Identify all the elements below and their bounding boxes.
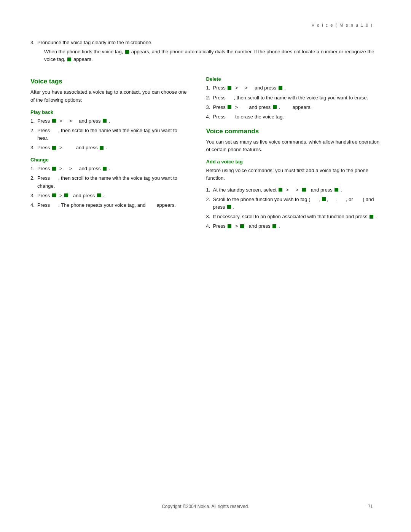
top-intro: 3. Pronounce the voice tag clearly into … [0,39,411,63]
page: V o i c e ( M e n u 1 0 ) 3. Pronounce t… [0,0,411,532]
header-label: V o i c e ( M e n u 1 0 ) [0,23,411,27]
delete-title: Delete [206,76,381,82]
btn-icon-del1b [279,86,282,90]
add-step2: 2. Scroll to the phone function you wish… [206,196,381,211]
btn-icon-add3 [370,215,373,219]
btn-icon-pb3 [52,146,56,150]
when-block: When the phone finds the voice tag, appe… [44,48,381,63]
voice-not-found-icon [67,58,71,61]
delete-step4: 4. Press to erase the voice tag. [206,113,381,121]
playback-step1: 1. Press > > and press . [30,117,187,125]
btn-icon-add4b [240,224,244,228]
when-text3: appears. [73,56,93,62]
delete-step3: 3. Press > and press . appears. [206,104,381,111]
voice-found-icon [125,50,129,54]
intro-step3: 3. Pronounce the voice tag clearly into … [30,39,381,63]
btn-icon-pb3b [100,146,104,150]
step3-num: 3. [30,39,35,46]
change-step3: 3. Press > and press . [30,192,187,200]
right-column: Delete 1. Press > > and press . 2. Press… [199,71,381,232]
delete-step2: 2. Press , then scroll to the name with … [206,94,381,102]
btn-icon-ch1 [52,167,56,171]
btn-icon-add4c [272,224,276,228]
add-step3: 3. If necessary, scroll to an option ass… [206,213,381,220]
btn-icon-ch3c [97,193,101,197]
btn-icon-add1c [335,188,338,192]
btn-icon-del3b [273,105,277,109]
footer-page: 71 [368,504,373,509]
two-col-layout: Voice tags After you have associated a v… [0,71,411,232]
change-step1: 1. Press > > and press . [30,165,187,173]
copyright-text: Copyright ©2004 Nokia. All rights reserv… [162,504,249,509]
playback-step3: 3. Press > and press . [30,144,187,152]
playback-steps: 1. Press > > and press . 2. Press , then… [30,117,187,152]
btn-icon-add1b [302,188,306,192]
add-voice-tag-intro: Before using voice commands, you must fi… [206,167,381,182]
playback-title: Play back [30,109,187,115]
btn-icon-pb1b [103,119,107,123]
footer-copyright: Copyright ©2004 Nokia. All rights reserv… [0,504,411,509]
btn-icon-del3 [228,105,231,109]
change-step2: 2. Press , then scroll to the name with … [30,174,187,190]
page-number: 71 [368,504,373,509]
add-step4: 4. Press > and press . [206,222,381,230]
btn-icon-pb1 [52,119,56,123]
btn-icon-add1a [279,188,282,192]
voice-tags-title: Voice tags [30,78,187,85]
btn-icon-ch3b [64,193,68,197]
left-column: Voice tags After you have associated a v… [30,71,199,232]
btn-icon-ch3 [52,193,56,197]
voice-commands-title: Voice commands [206,128,381,135]
add-step1: 1. At the standby screen, select > > and… [206,186,381,194]
btn-icon-add2a [322,197,326,201]
delete-step1: 1. Press > > and press . [206,84,381,92]
change-steps: 1. Press > > and press . 2. Press , then… [30,165,187,209]
add-voice-tag-title: Add a voice tag [206,159,381,165]
add-voice-tag-steps: 1. At the standby screen, select > > and… [206,186,381,230]
btn-icon-add2b [227,205,231,209]
voice-commands-intro: You can set as many as five voice comman… [206,138,381,153]
btn-icon-del1 [228,86,231,90]
playback-step2: 2. Press , then scroll to the name with … [30,127,187,142]
voice-tags-intro: After you have associated a voice tag to… [30,88,187,104]
btn-icon-ch1b [103,167,107,171]
change-step4: 4. Press . The phone repeats your voice … [30,201,187,209]
step3-text: Pronounce the voice tag clearly into the… [37,40,153,45]
when-text: When the phone finds the voice tag, [44,49,123,54]
btn-icon-add4a [228,224,231,228]
change-title: Change [30,157,187,163]
delete-steps: 1. Press > > and press . 2. Press , then… [206,84,381,121]
